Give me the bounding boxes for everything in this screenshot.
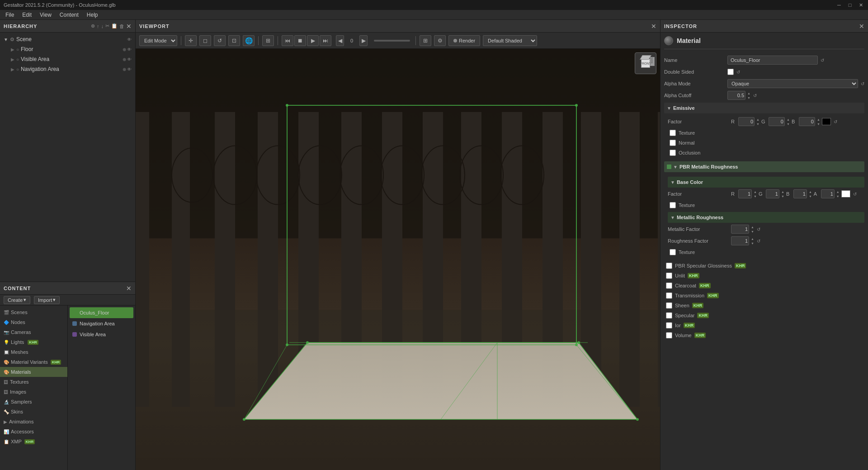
skip-fwd-btn[interactable]: ⏭ — [320, 35, 331, 46]
double-sided-reset[interactable]: ↺ — [736, 70, 740, 75]
emissive-b-down[interactable]: ▼ — [817, 122, 820, 126]
hierarchy-icon-5[interactable]: 📋 — [111, 23, 118, 29]
roughness-down[interactable]: ▼ — [751, 241, 754, 245]
full-view-btn[interactable]: ⊡ — [228, 35, 240, 46]
shading-select[interactable]: Default Shaded — [483, 35, 537, 46]
hierarchy-scene[interactable]: ▼ ⚙ Scene 👁 — [0, 34, 135, 44]
menu-help[interactable]: Help — [83, 11, 102, 19]
specular-checkbox[interactable] — [666, 312, 672, 319]
alpha-cutoff-up[interactable]: ▲ — [747, 91, 750, 95]
alpha-mode-reset[interactable]: ↺ — [861, 81, 864, 86]
sheen-row[interactable]: Sheen KHR — [664, 301, 864, 310]
emissive-r-up[interactable]: ▲ — [756, 117, 760, 122]
hierarchy-visible-area[interactable]: ▶ ○ Visible Area ⊕ 👁 — [7, 54, 135, 64]
base-b-up[interactable]: ▲ — [809, 189, 812, 194]
base-color-reset[interactable]: ↺ — [853, 192, 857, 197]
viewport-canvas[interactable]: FRONT SIDE — [136, 49, 660, 470]
hierarchy-icon-4[interactable]: ✂ — [105, 23, 109, 29]
base-a-input[interactable] — [821, 189, 835, 198]
base-texture-checkbox[interactable] — [670, 202, 676, 208]
skip-back-btn[interactable]: ⏮ — [282, 35, 293, 46]
metallic-reset[interactable]: ↺ — [757, 227, 760, 232]
base-r-up[interactable]: ▲ — [754, 189, 757, 194]
menu-file[interactable]: File — [2, 11, 18, 19]
frame-plus[interactable]: ▶ — [359, 35, 368, 46]
roughness-factor-input[interactable] — [731, 236, 749, 245]
volume-checkbox[interactable] — [666, 332, 672, 338]
select-tool-btn[interactable]: ◻ — [199, 35, 211, 46]
sheen-checkbox[interactable] — [666, 302, 672, 309]
occlusion-checkbox[interactable] — [670, 150, 676, 156]
menu-content[interactable]: Content — [56, 11, 82, 19]
cursor-tool-btn[interactable]: ✛ — [185, 35, 197, 46]
metallic-down[interactable]: ▼ — [751, 229, 754, 234]
minimize-button[interactable]: ─ — [835, 2, 843, 8]
content-close[interactable]: ✕ — [126, 285, 132, 292]
alpha-mode-select[interactable]: Opaque — [727, 79, 858, 88]
clearcoat-checkbox[interactable] — [666, 282, 672, 289]
ior-row[interactable]: Ior KHR — [664, 320, 864, 330]
hierarchy-icon-6[interactable]: 🗑 — [119, 24, 124, 29]
base-b-input[interactable] — [793, 189, 807, 198]
menu-edit[interactable]: Edit — [19, 11, 35, 19]
frame-btn[interactable]: ⊞ — [262, 35, 274, 46]
scene-eye-icon[interactable]: 👁 — [127, 37, 132, 42]
hierarchy-close[interactable]: ✕ — [126, 23, 132, 30]
emissive-g-down[interactable]: ▼ — [787, 122, 790, 126]
emissive-factor-reset[interactable]: ↺ — [834, 119, 837, 124]
rotate-btn[interactable]: ↺ — [214, 35, 226, 46]
render-button[interactable]: Render — [448, 35, 480, 46]
emissive-texture-row[interactable]: Texture — [668, 128, 864, 138]
pbr-specular-checkbox[interactable] — [666, 263, 672, 269]
sidebar-item-meshes[interactable]: 🔲 Meshes — [0, 347, 67, 357]
name-input[interactable] — [727, 56, 818, 65]
settings-btn[interactable]: ⚙ — [434, 35, 446, 46]
hierarchy-icon-1[interactable]: ⊕ — [91, 23, 95, 29]
emissive-g-up[interactable]: ▲ — [787, 117, 790, 122]
alpha-cutoff-input[interactable] — [727, 91, 745, 100]
occlusion-row[interactable]: Occlusion — [668, 148, 864, 158]
hierarchy-icon-3[interactable]: ↓ — [101, 24, 104, 29]
unlit-checkbox[interactable] — [666, 273, 672, 279]
emissive-texture-checkbox[interactable] — [670, 130, 676, 136]
close-button[interactable]: ✕ — [857, 2, 864, 8]
metallic-factor-input[interactable] — [731, 225, 749, 234]
base-g-up[interactable]: ▲ — [781, 189, 784, 194]
base-texture-row[interactable]: Texture — [668, 200, 864, 210]
frame-minus[interactable]: ◀ — [336, 35, 344, 46]
roughness-up[interactable]: ▲ — [751, 236, 754, 241]
sidebar-item-skins[interactable]: 🦴 Skins — [0, 407, 67, 417]
emissive-b-up[interactable]: ▲ — [817, 117, 820, 122]
edit-mode-select[interactable]: Edit Mode — [139, 35, 177, 46]
sidebar-item-nodes[interactable]: 🔷 Nodes — [0, 317, 67, 327]
visible-eye-icon[interactable]: 👁 — [127, 57, 132, 62]
sidebar-item-scenes[interactable]: 🎬 Scenes — [0, 307, 67, 317]
content-item-vis[interactable]: Visible Area — [70, 329, 133, 340]
transmission-row[interactable]: Transmission KHR — [664, 291, 864, 301]
sidebar-item-samplers[interactable]: 🔬 Samplers — [0, 397, 67, 407]
metallic-texture-checkbox[interactable] — [670, 249, 676, 255]
base-color-header[interactable]: ▼ Base Color — [668, 177, 864, 188]
roughness-reset[interactable]: ↺ — [757, 239, 760, 244]
transmission-checkbox[interactable] — [666, 292, 672, 299]
sidebar-item-cameras[interactable]: 📷 Cameras — [0, 327, 67, 337]
emissive-r-input[interactable] — [738, 117, 755, 126]
grid-btn[interactable]: ⊞ — [420, 35, 431, 46]
emissive-r-down[interactable]: ▼ — [756, 122, 760, 126]
pbr-specular-row[interactable]: PBR Specular Glossiness KHR — [664, 261, 864, 271]
floor-eye-icon[interactable]: 👁 — [127, 47, 132, 52]
viewport-close[interactable]: ✕ — [651, 23, 656, 30]
metallic-section-header[interactable]: ▼ Metallic Roughness — [668, 212, 864, 223]
alpha-cutoff-reset[interactable]: ↺ — [753, 93, 757, 98]
metallic-up[interactable]: ▲ — [751, 225, 754, 229]
sidebar-item-materials[interactable]: 🎨 Materials — [0, 367, 67, 377]
sidebar-item-textures[interactable]: 🖼 Textures — [0, 377, 67, 387]
double-sided-checkbox[interactable] — [727, 69, 734, 75]
emissive-g-input[interactable] — [769, 117, 785, 126]
viewport-cube[interactable]: FRONT SIDE — [635, 52, 656, 74]
maximize-button[interactable]: □ — [846, 2, 854, 8]
name-reset-icon[interactable]: ↺ — [821, 58, 824, 63]
base-color-swatch[interactable] — [841, 190, 850, 197]
base-g-down[interactable]: ▼ — [781, 194, 784, 198]
sidebar-item-lights[interactable]: 💡 Lights KHR — [0, 337, 67, 347]
